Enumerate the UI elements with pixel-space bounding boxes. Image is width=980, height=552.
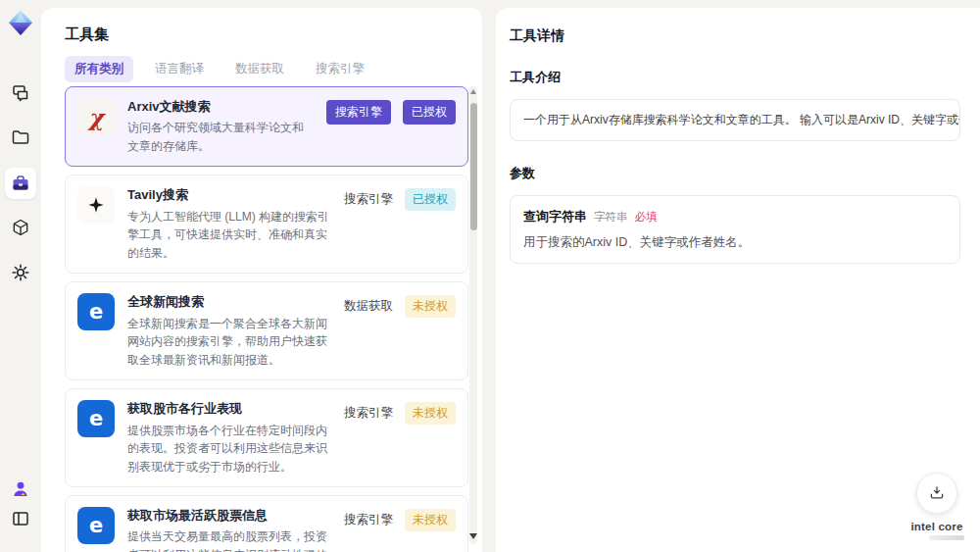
tool-name: Tavily搜索: [127, 186, 331, 204]
download-button[interactable]: [916, 473, 957, 514]
category-tab[interactable]: 所有类别: [65, 56, 133, 82]
tool-status-badge: 未授权: [405, 295, 456, 318]
scrollbar-thumb[interactable]: [470, 103, 477, 230]
category-tabs: 所有类别 语言翻译 数据获取 搜索引擎: [65, 56, 374, 82]
tool-text: 获取市场最活跃股票信息 提供当天交易量最高的股票列表，投资者可以利用这些信息来识…: [127, 507, 331, 552]
tool-card[interactable]: 获取股市各行业表现 提供股票市场各个行业在特定时间段内的表现。投资者可以利用这些…: [65, 388, 468, 487]
tool-category-badge: 搜索引擎: [344, 191, 393, 208]
arxiv-chi-icon: [77, 98, 115, 135]
tool-status-badge: 未授权: [405, 402, 456, 425]
tool-list: Arxiv文献搜索 访问各个研究领域大量科学论文和文章的存储库。 搜索引擎 已授…: [65, 86, 468, 552]
avatar-icon[interactable]: [11, 479, 30, 499]
tool-details-panel: 工具详情 工具介绍 一个用于从Arxiv存储库搜索科学论文和文章的工具。 输入可…: [496, 8, 980, 552]
tool-icon: [77, 400, 115, 437]
cube-icon[interactable]: [11, 218, 30, 237]
tool-text: 获取股市各行业表现 提供股票市场各个行业在特定时间段内的表现。投资者可以利用这些…: [127, 400, 331, 476]
corner-widgets: intel core: [907, 473, 966, 540]
tool-text: Tavily搜索 专为人工智能代理 (LLM) 构建的搜索引擎工具，可快速提供实…: [127, 186, 331, 262]
tool-intro-box: 一个用于从Arxiv存储库搜索科学论文和文章的工具。 输入可以是Arxiv ID…: [510, 99, 960, 141]
tool-meta: 数据获取 未授权: [344, 293, 456, 318]
brand-sub-bar: [929, 535, 964, 540]
scroll-down-arrow[interactable]: [469, 533, 477, 539]
brand-text: intel core: [910, 521, 962, 532]
tool-icon: [77, 293, 115, 330]
tool-category-badge: 搜索引擎: [326, 100, 391, 125]
tool-icon: [77, 507, 115, 544]
app-logo[interactable]: [8, 9, 33, 36]
tool-description: 访问各个研究领域大量科学论文和文章的存储库。: [127, 119, 314, 155]
tool-name: 全球新闻搜索: [127, 293, 331, 311]
tool-meta: 搜索引擎 未授权: [344, 400, 456, 425]
news-logo-icon: [77, 400, 115, 437]
sidebar-item-tools-active[interactable]: [5, 168, 36, 199]
tool-card[interactable]: 全球新闻搜索 全球新闻搜索是一个聚合全球各大新闻网站内容的搜索引擎，帮助用户快速…: [65, 281, 468, 380]
tool-category-badge: 搜索引擎: [344, 512, 393, 528]
parameter-description: 用于搜索的Arxiv ID、关键字或作者姓名。: [523, 234, 947, 251]
news-logo-icon: [77, 507, 115, 544]
tool-name: 获取市场最活跃股票信息: [127, 507, 331, 525]
tool-card[interactable]: Tavily搜索 专为人工智能代理 (LLM) 构建的搜索引擎工具，可快速提供实…: [65, 175, 468, 274]
panel-toggle-icon[interactable]: [11, 509, 30, 528]
tool-category-badge: 搜索引擎: [344, 405, 393, 422]
intro-heading: 工具介绍: [510, 69, 960, 86]
tool-name: 获取股市各行业表现: [127, 400, 331, 418]
tool-category-badge: 数据获取: [344, 298, 393, 315]
tavily-spark-icon: [77, 186, 115, 224]
intel-core-logo: intel core: [907, 521, 966, 532]
tools-panel: 工具集 所有类别 语言翻译 数据获取 搜索引擎: [41, 8, 482, 552]
scrollbar[interactable]: [469, 86, 477, 544]
scroll-up-arrow[interactable]: [470, 89, 476, 94]
parameter-name: 查询字符串: [523, 208, 587, 226]
tool-description: 专为人工智能代理 (LLM) 构建的搜索引擎工具，可快速提供实时、准确和真实的结…: [127, 208, 331, 263]
parameter-required-flag: 必填: [635, 210, 658, 225]
tool-meta: 搜索引擎 已授权: [344, 186, 456, 211]
tool-icon: [77, 98, 115, 135]
tool-icon: [77, 186, 115, 224]
toolbox-icon: [11, 174, 30, 193]
download-icon: [928, 484, 946, 502]
tool-meta: 搜索引擎 未授权: [344, 507, 456, 531]
category-tab[interactable]: 语言翻译: [145, 56, 214, 82]
tool-name: Arxiv文献搜索: [127, 98, 314, 116]
parameter-box: 查询字符串 字符串 必填 用于搜索的Arxiv ID、关键字或作者姓名。: [510, 195, 960, 264]
parameter-header: 查询字符串 字符串 必填: [523, 208, 947, 226]
news-logo-icon: [77, 293, 115, 330]
tool-status-badge: 已授权: [403, 100, 456, 125]
category-tab[interactable]: 数据获取: [225, 56, 294, 82]
tool-description: 全球新闻搜索是一个聚合全球各大新闻网站内容的搜索引擎，帮助用户快速获取全球最新资…: [127, 315, 331, 370]
tool-text: 全球新闻搜索 全球新闻搜索是一个聚合全球各大新闻网站内容的搜索引擎，帮助用户快速…: [127, 293, 331, 369]
tool-text: Arxiv文献搜索 访问各个研究领域大量科学论文和文章的存储库。: [127, 98, 314, 155]
tool-card[interactable]: Arxiv文献搜索 访问各个研究领域大量科学论文和文章的存储库。 搜索引擎 已授…: [65, 86, 468, 167]
params-heading: 参数: [510, 165, 960, 182]
detail-title: 工具详情: [510, 27, 960, 45]
folder-icon[interactable]: [11, 127, 30, 147]
parameter-type: 字符串: [594, 210, 628, 225]
tool-description: 提供当天交易量最高的股票列表，投资者可以利用这些信息来识别流动性强的股票和潜在的…: [127, 527, 331, 552]
tool-card[interactable]: 获取市场最活跃股票信息 提供当天交易量最高的股票列表，投资者可以利用这些信息来识…: [65, 495, 468, 552]
category-tab[interactable]: 搜索引擎: [306, 56, 374, 82]
left-rail: [0, 0, 41, 552]
tool-meta: 搜索引擎 已授权: [326, 98, 456, 125]
page-title: 工具集: [65, 25, 109, 44]
gear-icon[interactable]: [11, 263, 30, 282]
tool-description: 提供股票市场各个行业在特定时间段内的表现。投资者可以利用这些信息来识别表现优于或…: [127, 422, 331, 477]
tool-status-badge: 已授权: [405, 188, 456, 211]
tool-status-badge: 未授权: [405, 509, 456, 531]
chat-icon[interactable]: [11, 83, 30, 103]
